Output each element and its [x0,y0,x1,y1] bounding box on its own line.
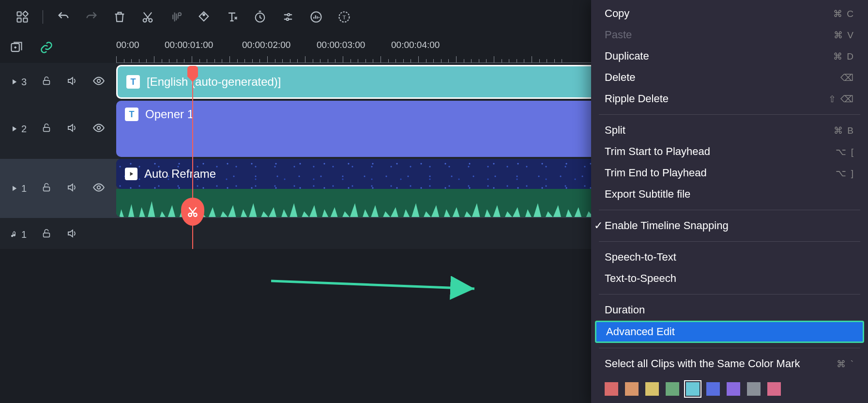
menu-item-advanced-edit[interactable]: Advanced Edit [595,321,864,343]
lock-icon[interactable] [41,123,52,136]
playhead-marker[interactable] [187,66,198,77]
menu-label: Duration [605,304,645,316]
redo-icon[interactable] [84,9,99,25]
timer-icon[interactable] [252,9,268,25]
ruler-label: 00:00 [116,40,139,50]
color-swatch[interactable] [645,382,659,396]
track-type-icon: 1 [10,183,27,194]
svg-point-20 [97,186,101,189]
clip-label: [English (auto-generated)] [147,75,281,89]
text-clip-icon: T [126,75,140,89]
mute-icon[interactable] [168,9,183,25]
visibility-icon[interactable] [92,181,105,196]
menu-item-export-subtitle-file[interactable]: Export Subtitle file [591,184,868,205]
visibility-icon[interactable] [92,122,105,137]
track-type-icon: 3 [10,77,27,88]
menu-item-enable-timeline-snapping[interactable]: ✓Enable Timeline Snapping [591,215,868,236]
svg-rect-3 [23,18,27,22]
svg-point-16 [97,79,101,82]
menu-label: Speech-to-Text [605,251,676,264]
color-swatch[interactable] [706,382,720,396]
menu-item-delete[interactable]: Delete⌫ [591,67,868,88]
menu-item-speech-to-text[interactable]: Speech-to-Text [591,247,868,268]
menu-item-select-all-clips-with-the-same-color-mark[interactable]: Select all Clips with the Same Color Mar… [591,353,868,374]
svg-point-24 [194,213,197,217]
svg-text:T: T [342,14,346,20]
menu-shortcut: ⌘ C [833,8,854,19]
text-icon[interactable] [224,9,240,25]
volume-icon[interactable] [66,122,78,136]
svg-point-11 [311,12,321,22]
color-swatch[interactable] [625,382,639,396]
color-swatch[interactable] [686,382,700,396]
adjust-icon[interactable] [280,9,296,25]
menu-label: Enable Timeline Snapping [605,219,729,232]
volume-icon[interactable] [66,75,78,89]
volume-icon[interactable] [66,182,78,196]
menu-divider [599,241,860,242]
menu-item-ripple-delete[interactable]: Ripple Delete⇧ ⌫ [591,88,868,109]
menu-shortcut: ⌘ D [833,51,854,62]
svg-point-23 [188,213,192,217]
visibility-icon[interactable] [92,75,105,90]
menu-divider [599,210,860,210]
svg-point-18 [97,126,101,129]
track-type-icon: 2 [10,124,27,135]
lock-icon[interactable] [41,228,52,241]
track-controls: 3 [0,65,116,99]
track-number: 2 [21,124,27,135]
menu-item-trim-start-to-playhead[interactable]: Trim Start to Playhead⌥ [ [591,141,868,162]
ruler-label: 00:00:02:00 [242,40,290,50]
menu-item-trim-end-to-playhead[interactable]: Trim End to Playhead⌥ ] [591,162,868,184]
check-icon: ✓ [594,219,604,232]
menu-label: Copy [605,7,629,20]
menu-divider [599,294,860,294]
cut-icon[interactable] [140,9,155,25]
menu-shortcut: ⌘ V [834,30,854,41]
volume-icon[interactable] [66,228,78,242]
toolbar-divider [43,10,43,24]
menu-item-duration[interactable]: Duration [591,299,868,321]
audio-meter-icon[interactable] [308,9,324,25]
text-clip-icon: T [125,108,138,121]
menu-item-split[interactable]: Split⌘ B [591,120,868,141]
play-icon [125,168,137,180]
lock-icon[interactable] [41,76,52,89]
svg-rect-1 [23,11,29,17]
playhead-split-bubble[interactable] [181,198,204,226]
ruler-label: 00:00:01:00 [165,40,213,50]
track-controls: 1 [0,220,116,249]
menu-label: Export Subtitle file [605,188,690,201]
caption-timer-icon[interactable]: T [336,9,352,25]
color-swatch[interactable] [605,382,618,396]
delete-icon[interactable] [112,9,127,25]
playhead[interactable] [192,72,193,249]
track-number: 3 [21,77,27,88]
color-swatch[interactable] [747,382,761,396]
svg-rect-17 [44,127,50,131]
menu-item-copy[interactable]: Copy⌘ C [591,3,868,24]
clip-label: Opener 1 [145,108,194,121]
link-icon[interactable] [40,41,53,56]
undo-icon[interactable] [56,9,71,25]
color-swatch[interactable] [767,382,781,396]
svg-point-5 [149,19,152,22]
menu-label: Advanced Edit [606,326,675,338]
apps-icon[interactable] [15,9,30,25]
menu-shortcut: ⇧ ⌫ [828,93,854,105]
menu-item-duplicate[interactable]: Duplicate⌘ D [591,46,868,67]
menu-shortcut: ⌥ [ [836,146,854,157]
menu-label: Ripple Delete [605,93,669,105]
svg-rect-19 [44,187,50,191]
color-swatch[interactable] [727,382,740,396]
menu-divider [599,114,860,115]
svg-point-7 [203,14,205,16]
menu-label: Trim End to Playhead [605,167,707,179]
menu-item-text-to-speech[interactable]: Text-to-Speech [591,268,868,289]
color-swatch[interactable] [666,382,679,396]
menu-label: Trim Start to Playhead [605,145,710,158]
track-controls: 2 [0,101,116,157]
tag-icon[interactable] [196,9,212,25]
lock-icon[interactable] [41,182,52,195]
add-track-icon[interactable] [10,41,23,56]
